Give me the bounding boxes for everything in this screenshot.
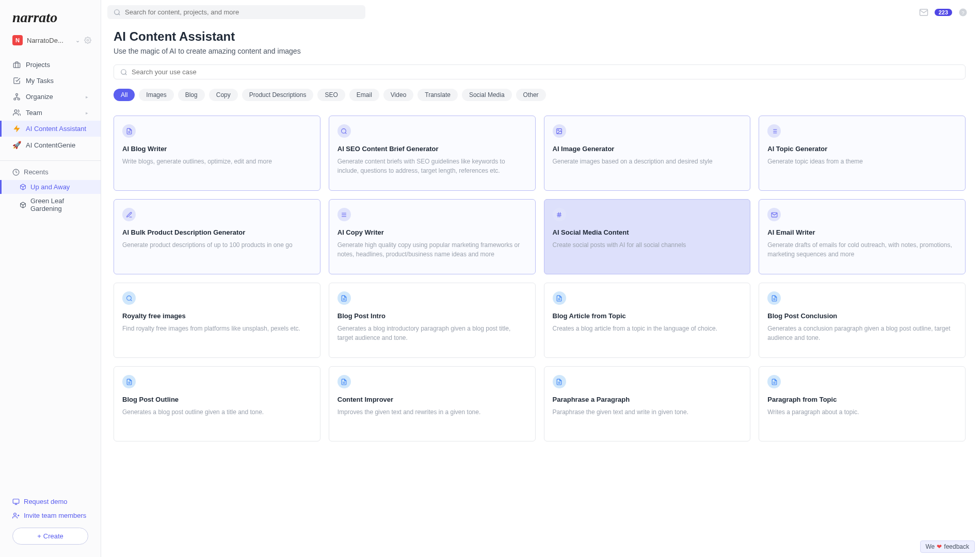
template-card[interactable]: AI Blog WriterWrite blogs, generate outl… [114, 116, 320, 191]
sidebar-item-projects[interactable]: Projects [0, 57, 101, 73]
card-title: Paragraph from Topic [767, 396, 957, 403]
nav-label: Organize [26, 93, 53, 101]
card-title: AI Bulk Product Description Generator [122, 228, 312, 236]
svg-line-17 [119, 13, 120, 15]
template-card[interactable]: Blog Post OutlineGenerates a blog post o… [114, 366, 320, 441]
template-card[interactable]: AI Email WriterGenerate drafts of emails… [759, 199, 966, 274]
global-search-input[interactable] [125, 8, 359, 16]
filter-chip-email[interactable]: Email [349, 89, 379, 101]
sidebar-item-ai-contentgenie[interactable]: 🚀AI ContentGenie [0, 137, 101, 153]
card-description: Generate high quality copy using popular… [338, 240, 527, 259]
feedback-button[interactable]: We ❤ feedback [920, 540, 975, 553]
filter-chip-video[interactable]: Video [383, 89, 413, 101]
svg-point-24 [342, 128, 346, 133]
card-title: AI Copy Writer [338, 228, 527, 236]
filter-chip-product-descriptions[interactable]: Product Descriptions [242, 89, 314, 101]
template-card[interactable]: AI Topic GeneratorGenerate topic ideas f… [759, 116, 966, 191]
doc-icon [338, 291, 351, 305]
card-title: Content Improver [338, 396, 527, 403]
template-card[interactable]: Paraphrase a ParagraphParaphrase the giv… [544, 366, 751, 441]
sidebar-item-organize[interactable]: Organize▸ [0, 89, 101, 105]
page-title: AI Content Assistant [114, 29, 966, 44]
template-card[interactable]: Content ImproverImproves the given text … [329, 366, 536, 441]
search-icon [338, 124, 351, 138]
card-description: Creates a blog article from a topic in t… [553, 324, 742, 333]
nav-label: Team [26, 109, 42, 117]
notification-badge[interactable]: 223 [935, 9, 952, 16]
card-description: Generates a blog introductory paragraph … [338, 324, 527, 342]
workspace-name: NarratoDe... [27, 37, 71, 44]
create-button[interactable]: +Create [12, 528, 88, 545]
search-icon [122, 291, 136, 305]
card-description: Generate content briefs with SEO guideli… [338, 157, 527, 175]
workspace-selector[interactable]: N NarratoDe... ⌄ [0, 32, 101, 53]
cube-icon [20, 202, 26, 208]
chevron-right-icon: ▸ [86, 110, 88, 116]
filter-chip-seo[interactable]: SEO [317, 89, 345, 101]
sidebar-item-ai-content-assistant[interactable]: AI Content Assistant [0, 121, 101, 137]
card-title: Blog Post Conclusion [767, 312, 957, 320]
template-card[interactable]: Blog Post IntroGenerates a blog introduc… [329, 283, 536, 358]
recent-label: Green Leaf Gardening [30, 197, 88, 212]
template-card[interactable]: AI SEO Content Brief GeneratorGenerate c… [329, 116, 536, 191]
tag-icon [122, 208, 136, 221]
template-card[interactable]: Blog Article from TopicCreates a blog ar… [544, 283, 751, 358]
card-title: Royalty free images [122, 312, 312, 320]
use-case-search[interactable] [114, 64, 966, 79]
global-search[interactable] [107, 5, 365, 19]
template-card[interactable]: AI Social Media ContentCreate social pos… [544, 199, 751, 274]
recent-item[interactable]: Green Leaf Gardening [0, 194, 101, 216]
hash-icon [553, 208, 566, 221]
use-case-search-input[interactable] [132, 68, 959, 76]
filter-chip-copy[interactable]: Copy [209, 89, 238, 101]
topbar: 223 ? [101, 0, 980, 24]
doc-icon [122, 124, 136, 138]
template-card[interactable]: AI Bulk Product Description GeneratorGen… [114, 199, 320, 274]
bolt-icon [12, 125, 21, 133]
nav-label: AI ContentGenie [26, 141, 75, 149]
help-icon[interactable]: ? [958, 8, 968, 17]
mail-icon[interactable] [919, 8, 928, 17]
card-description: Generates a blog post outline given a ti… [122, 407, 312, 417]
sidebar-item-my-tasks[interactable]: My Tasks [0, 73, 101, 89]
card-description: Generate topic ideas from a theme [767, 157, 957, 166]
nav-label: My Tasks [26, 77, 54, 85]
sidebar: narrato N NarratoDe... ⌄ ProjectsMy Task… [0, 0, 101, 557]
filter-chip-social-media[interactable]: Social Media [462, 89, 512, 101]
nav-label: Projects [26, 61, 50, 69]
svg-line-25 [345, 133, 346, 134]
card-title: AI SEO Content Brief Generator [338, 145, 527, 153]
recent-item[interactable]: Up and Away [0, 180, 101, 194]
card-title: Blog Post Outline [122, 396, 312, 403]
template-card[interactable]: Paragraph from TopicWrites a paragraph a… [759, 366, 966, 441]
svg-rect-1 [13, 63, 20, 68]
template-card[interactable]: AI Image GeneratorGenerate images based … [544, 116, 751, 191]
card-description: Generate images based on a description a… [553, 157, 742, 166]
request-demo-link[interactable]: Request demo [12, 495, 88, 509]
filter-chip-images[interactable]: Images [139, 89, 173, 101]
filter-chip-blog[interactable]: Blog [178, 89, 205, 101]
check-icon [12, 77, 21, 85]
filter-chip-other[interactable]: Other [516, 89, 546, 101]
gear-icon[interactable] [84, 37, 91, 44]
card-description: Find royalty free images from platforms … [122, 324, 312, 333]
filter-chip-translate[interactable]: Translate [417, 89, 458, 101]
card-title: AI Email Writer [767, 228, 957, 236]
sidebar-item-team[interactable]: Team▸ [0, 105, 101, 121]
rocket-icon: 🚀 [12, 141, 21, 149]
doc-icon [767, 291, 781, 305]
filter-chip-all[interactable]: All [114, 89, 135, 101]
doc-icon [553, 375, 566, 388]
doc-icon [553, 291, 566, 305]
heart-icon: ❤ [937, 543, 942, 550]
plus-icon: + [37, 532, 41, 540]
invite-team-link[interactable]: Invite team members [12, 509, 88, 522]
template-card[interactable]: Blog Post ConclusionGenerates a conclusi… [759, 283, 966, 358]
image-icon [553, 124, 566, 138]
mail-icon [767, 208, 781, 221]
template-card[interactable]: Royalty free imagesFind royalty free ima… [114, 283, 320, 358]
invite-team-label: Invite team members [24, 512, 86, 519]
svg-point-27 [558, 129, 559, 130]
svg-line-42 [131, 300, 132, 301]
template-card[interactable]: AI Copy WriterGenerate high quality copy… [329, 199, 536, 274]
